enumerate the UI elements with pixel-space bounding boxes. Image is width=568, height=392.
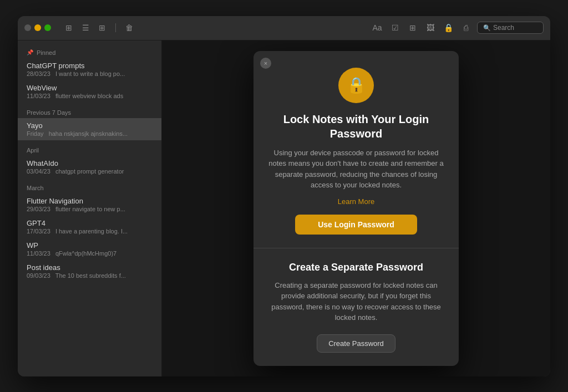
grid-view-icon[interactable]: ⊞ [95,23,109,33]
create-password-button[interactable]: Create Password [317,334,395,353]
main-content: 📌 Pinned ChatGPT prompts 28/03/23 I want… [18,40,550,376]
sidebar: 📌 Pinned ChatGPT prompts 28/03/23 I want… [18,40,162,376]
note-meta: 11/03/23 qFwla^dp(hMcHmg0)7 [27,250,153,257]
list-item[interactable]: GPT4 17/03/23 I have a parenting blog. I… [18,216,161,238]
note-title: ChatGPT prompts [27,62,153,70]
lock-password-modal: × 🔒 Lock Notes with Your Login Password … [253,51,459,366]
note-meta: 29/03/23 flutter navigate to new p... [27,206,153,212]
note-meta: 11/03/23 flutter webview block ads [27,93,153,99]
maximize-button[interactable] [44,24,51,31]
note-meta: 28/03/23 I want to write a blog po... [27,70,153,77]
modal-main-title: Lock Notes with Your Login Password [267,112,445,141]
list-item[interactable]: Post ideas 09/03/23 The 10 best subreddi… [18,260,161,282]
list-item[interactable]: WhatAIdo 03/04/23 chatgpt prompt generat… [18,156,161,178]
toolbar-divider [115,23,116,32]
close-button[interactable] [24,24,31,31]
modal-overlay: × 🔒 Lock Notes with Your Login Password … [162,40,550,376]
format-icon[interactable]: Aa [371,23,384,33]
note-title: WhatAIdo [27,159,153,167]
modal-main-description: Using your device passcode or password f… [267,147,445,191]
list-item[interactable]: WP 11/03/23 qFwla^dp(hMcHmg0)7 [18,238,161,260]
march-header: March [18,178,161,194]
minimize-button[interactable] [34,24,41,31]
previous-7-days-header: Previous 7 Days [18,103,161,118]
list-item[interactable]: Flutter Navigation 29/03/23 flutter navi… [18,194,161,216]
list-item[interactable]: WebView 11/03/23 flutter webview block a… [18,80,161,103]
checklist-icon[interactable]: ☑ [388,23,402,33]
toolbar-right: Aa ☑ ⊞ 🖼 🔒 ⎙ 🔍 Search [371,22,544,34]
list-item[interactable]: Yayo Friday haha nskjansjk ajnsknakins..… [18,118,161,140]
toolbar-icons: ⊞ ☰ ⊞ 🗑 [62,23,136,33]
search-placeholder: Search [493,24,514,32]
note-area: × 🔒 Lock Notes with Your Login Password … [162,40,550,376]
note-title: Post ideas [27,263,153,272]
create-separate-password-section: Create a Separate Password Creating a se… [253,248,459,366]
lock-toolbar-icon[interactable]: 🔒 [442,23,455,33]
use-login-password-button[interactable]: Use Login Password [295,215,417,235]
lock-icon-circle: 🔒 [338,68,374,103]
note-meta: Friday haha nskjansjk ajnsknakins... [27,130,153,137]
pin-icon: 📌 [27,49,33,55]
sidebar-toggle-icon[interactable]: ⊞ [62,23,75,33]
search-icon: 🔍 [483,24,491,32]
pinned-section-header: 📌 Pinned [18,45,161,58]
search-bar[interactable]: 🔍 Search [477,22,544,34]
lock-icon: 🔒 [347,76,366,94]
app-window: ⊞ ☰ ⊞ 🗑 Aa ☑ ⊞ 🖼 🔒 ⎙ 🔍 Search 📌 Pinned [18,16,550,376]
list-item[interactable]: ChatGPT prompts 28/03/23 I want to write… [18,58,161,80]
table-icon[interactable]: ⊞ [406,23,419,33]
note-meta: 03/04/23 chatgpt prompt generator [27,168,153,175]
note-meta: 09/03/23 The 10 best subreddits f... [27,272,153,279]
modal-subtitle: Create a Separate Password [267,262,445,273]
modal-subdescription: Creating a separate password for locked … [267,280,445,323]
modal-close-button[interactable]: × [260,58,271,69]
media-icon[interactable]: 🖼 [424,23,437,33]
list-view-icon[interactable]: ☰ [79,23,92,33]
note-title: WP [27,241,153,250]
traffic-lights [24,24,51,31]
use-login-password-section: 🔒 Lock Notes with Your Login Password Us… [253,51,459,248]
share-icon[interactable]: ⎙ [459,23,473,33]
april-header: April [18,140,161,156]
note-meta: 17/03/23 I have a parenting blog. I... [27,228,153,235]
note-title: Flutter Navigation [27,197,153,205]
note-title: GPT4 [27,219,153,227]
title-bar: ⊞ ☰ ⊞ 🗑 Aa ☑ ⊞ 🖼 🔒 ⎙ 🔍 Search [18,16,550,40]
note-title: WebView [27,84,153,92]
delete-icon[interactable]: 🗑 [123,23,136,33]
learn-more-link[interactable]: Learn More [267,197,445,206]
note-title: Yayo [27,121,153,130]
